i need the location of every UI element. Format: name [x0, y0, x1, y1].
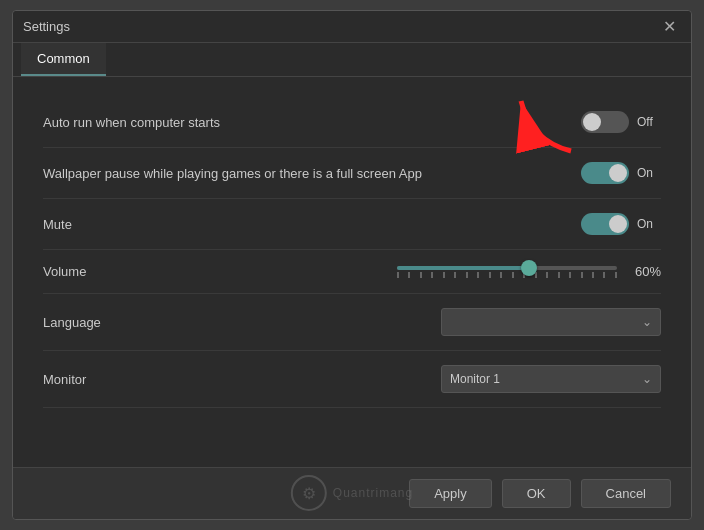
- cancel-button[interactable]: Cancel: [581, 479, 671, 508]
- monitor-label: Monitor: [43, 372, 441, 387]
- window-title: Settings: [23, 19, 657, 34]
- monitor-dropdown[interactable]: Monitor 1 ⌄: [441, 365, 661, 393]
- autorun-toggle[interactable]: [581, 111, 629, 133]
- autorun-state-label: Off: [637, 115, 661, 129]
- autorun-toggle-track: [581, 111, 629, 133]
- language-label: Language: [43, 315, 441, 330]
- wallpaper-pause-toggle-track: [581, 162, 629, 184]
- language-control: ⌄: [441, 308, 661, 336]
- chevron-down-icon: ⌄: [642, 372, 652, 386]
- wallpaper-pause-toggle[interactable]: [581, 162, 629, 184]
- volume-slider-track[interactable]: [397, 266, 617, 270]
- volume-slider-dots: [397, 272, 617, 278]
- chevron-down-icon: ⌄: [642, 315, 652, 329]
- mute-label: Mute: [43, 217, 541, 232]
- watermark-icon: ⚙: [291, 475, 327, 511]
- wallpaper-pause-row: Wallpaper pause while playing games or t…: [43, 148, 661, 199]
- mute-toggle[interactable]: [581, 213, 629, 235]
- wallpaper-pause-control: On: [541, 162, 661, 184]
- mute-control: On: [541, 213, 661, 235]
- volume-slider-container: 60%: [397, 264, 661, 279]
- language-dropdown[interactable]: ⌄: [441, 308, 661, 336]
- monitor-control: Monitor 1 ⌄: [441, 365, 661, 393]
- mute-row: Mute On: [43, 199, 661, 250]
- close-button[interactable]: ✕: [657, 15, 681, 39]
- wallpaper-pause-state-label: On: [637, 166, 661, 180]
- volume-value-label: 60%: [625, 264, 661, 279]
- monitor-dropdown-text: Monitor 1: [450, 372, 642, 386]
- mute-state-label: On: [637, 217, 661, 231]
- settings-content: Auto run when computer starts Off Wallpa…: [13, 77, 691, 467]
- autorun-toggle-knob: [583, 113, 601, 131]
- apply-button[interactable]: Apply: [409, 479, 492, 508]
- watermark: ⚙ Quantrimang: [291, 475, 413, 511]
- tab-common[interactable]: Common: [21, 43, 106, 76]
- volume-slider-fill: [397, 266, 529, 270]
- wallpaper-pause-label: Wallpaper pause while playing games or t…: [43, 166, 541, 181]
- mute-toggle-track: [581, 213, 629, 235]
- footer: ⚙ Quantrimang Apply OK Cancel: [13, 467, 691, 519]
- autorun-row: Auto run when computer starts Off: [43, 97, 661, 148]
- volume-label: Volume: [43, 264, 397, 279]
- volume-slider-wrapper: [397, 266, 617, 278]
- wallpaper-pause-toggle-knob: [609, 164, 627, 182]
- volume-control: 60%: [397, 264, 661, 279]
- language-row: Language ⌄: [43, 294, 661, 351]
- volume-slider-thumb[interactable]: [521, 260, 537, 276]
- monitor-row: Monitor Monitor 1 ⌄: [43, 351, 661, 408]
- autorun-control: Off: [541, 111, 661, 133]
- titlebar: Settings ✕: [13, 11, 691, 43]
- watermark-text: Quantrimang: [333, 486, 413, 500]
- ok-button[interactable]: OK: [502, 479, 571, 508]
- mute-toggle-knob: [609, 215, 627, 233]
- volume-row: Volume: [43, 250, 661, 294]
- autorun-label: Auto run when computer starts: [43, 115, 541, 130]
- tab-bar: Common: [13, 43, 691, 77]
- settings-window: Settings ✕ Common Auto run when computer…: [12, 10, 692, 520]
